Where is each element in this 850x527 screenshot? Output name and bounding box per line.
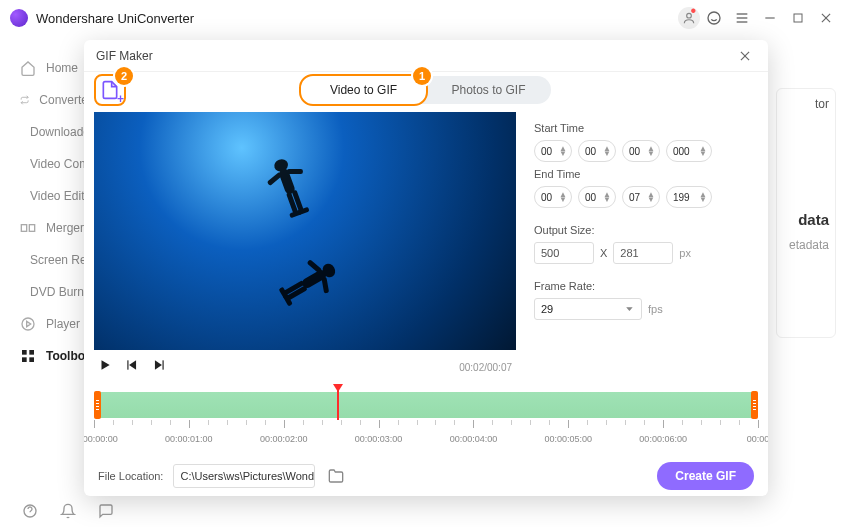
trim-handle-left[interactable] xyxy=(94,391,101,419)
svg-rect-35 xyxy=(287,169,303,174)
end-seconds-input[interactable]: 07▲▼ xyxy=(622,186,660,208)
tick-label: 00:00:03:00 xyxy=(355,434,403,444)
sidebar-label: Player xyxy=(46,317,80,331)
svg-marker-49 xyxy=(129,360,136,369)
trim-handle-right[interactable] xyxy=(751,391,758,419)
start-seconds-input[interactable]: 00▲▼ xyxy=(622,140,660,162)
background-content: tor data etadata CD. xyxy=(776,88,836,338)
diver-icon xyxy=(254,146,325,229)
svg-marker-23 xyxy=(27,321,31,326)
svg-rect-52 xyxy=(163,360,164,369)
tick-label: 00:00:02:00 xyxy=(260,434,308,444)
timeline-labels: 00:00:00:0000:00:01:0000:00:02:0000:00:0… xyxy=(94,434,758,448)
add-file-button[interactable]: + 2 xyxy=(94,74,126,106)
maximize-button[interactable] xyxy=(784,4,812,32)
play-button[interactable] xyxy=(98,358,112,376)
sidebar-item-converter[interactable]: Converter xyxy=(0,84,92,116)
tick-label: 00:00:04:00 xyxy=(450,434,498,444)
minimize-button[interactable] xyxy=(756,4,784,32)
timeline-ticks xyxy=(94,420,758,432)
file-location-path: C:\Users\ws\Pictures\Wonders xyxy=(180,470,315,482)
help-icon[interactable] xyxy=(22,503,38,519)
menu-icon[interactable] xyxy=(728,4,756,32)
start-time-label: Start Time xyxy=(534,122,756,134)
file-location-label: File Location: xyxy=(98,470,163,482)
tab-label: Photos to GIF xyxy=(451,83,525,97)
params-panel: Start Time 00▲▼ 00▲▼ 00▲▼ 000▲▼ End Time… xyxy=(534,116,756,320)
end-hours-input[interactable]: 00▲▼ xyxy=(534,186,572,208)
support-icon[interactable] xyxy=(700,4,728,32)
end-ms-input[interactable]: 199▲▼ xyxy=(666,186,712,208)
px-label: px xyxy=(679,247,691,259)
sidebar-label: Video Editor xyxy=(30,189,92,203)
sidebar-item-player[interactable]: Player xyxy=(0,308,92,340)
svg-rect-42 xyxy=(307,259,322,273)
diver-icon xyxy=(266,243,352,321)
frame-rate-select[interactable]: 29▼ xyxy=(534,298,642,320)
output-height-input[interactable]: 281 xyxy=(613,242,673,264)
gif-maker-dialog: GIF Maker + 2 Video to GIF 1 Photos to G… xyxy=(84,40,768,496)
video-preview[interactable] xyxy=(94,112,516,350)
time-display: 00:02/00:07 xyxy=(459,362,512,373)
app-title: Wondershare UniConverter xyxy=(36,11,194,26)
feedback-icon[interactable] xyxy=(98,503,114,519)
sidebar-item-recorder[interactable]: Screen Recorder xyxy=(0,244,92,276)
sidebar-item-editor[interactable]: Video Editor xyxy=(0,180,92,212)
dialog-close-button[interactable] xyxy=(734,45,756,67)
notification-icon[interactable] xyxy=(60,503,76,519)
plus-icon: + xyxy=(117,92,124,106)
tick-label: 00:00:01:00 xyxy=(165,434,213,444)
svg-point-0 xyxy=(687,13,692,18)
sidebar-item-compressor[interactable]: Video Compressor xyxy=(0,148,92,180)
timeline-track[interactable] xyxy=(94,392,758,418)
output-width-input[interactable]: 500 xyxy=(534,242,594,264)
svg-rect-26 xyxy=(22,357,27,362)
svg-rect-25 xyxy=(29,350,34,355)
prev-frame-button[interactable] xyxy=(125,358,139,376)
close-button[interactable] xyxy=(812,4,840,32)
account-button[interactable] xyxy=(678,7,700,29)
end-minutes-input[interactable]: 00▲▼ xyxy=(578,186,616,208)
svg-rect-16 xyxy=(21,225,26,232)
start-ms-input[interactable]: 000▲▼ xyxy=(666,140,712,162)
svg-point-22 xyxy=(22,318,34,330)
sidebar-footer xyxy=(0,503,114,519)
tick-label: 00:00:00:00 xyxy=(84,434,118,444)
svg-rect-6 xyxy=(794,14,802,22)
svg-rect-50 xyxy=(127,360,128,369)
sidebar-item-merger[interactable]: Merger xyxy=(0,212,92,244)
open-folder-button[interactable] xyxy=(325,465,347,487)
sidebar: Home Converter Downloader Video Compress… xyxy=(0,36,92,527)
svg-point-1 xyxy=(708,12,720,24)
tab-photos-to-gif[interactable]: Photos to GIF xyxy=(426,76,551,104)
titlebar: Wondershare UniConverter xyxy=(0,0,850,36)
start-hours-input[interactable]: 00▲▼ xyxy=(534,140,572,162)
svg-rect-24 xyxy=(22,350,27,355)
sidebar-item-dvd[interactable]: DVD Burner xyxy=(0,276,92,308)
create-gif-label: Create GIF xyxy=(675,469,736,483)
svg-rect-43 xyxy=(321,277,329,294)
app-logo-icon xyxy=(10,9,28,27)
sidebar-item-home[interactable]: Home xyxy=(0,52,92,84)
tab-video-to-gif[interactable]: Video to GIF 1 xyxy=(299,74,428,106)
tick-label: 00:00:05:00 xyxy=(545,434,593,444)
svg-rect-27 xyxy=(29,357,34,362)
next-frame-button[interactable] xyxy=(152,358,166,376)
start-minutes-input[interactable]: 00▲▼ xyxy=(578,140,616,162)
file-location-select[interactable]: C:\Users\ws\Pictures\Wonders ▼ xyxy=(173,464,315,488)
svg-marker-51 xyxy=(155,360,162,369)
timeline: 00:00:00:0000:00:01:0000:00:02:0000:00:0… xyxy=(84,392,768,442)
create-gif-button[interactable]: Create GIF xyxy=(657,462,754,490)
sidebar-label: Merger xyxy=(46,221,84,235)
dialog-footer: File Location: C:\Users\ws\Pictures\Wond… xyxy=(84,456,768,496)
tick-label: 00:00:06:00 xyxy=(639,434,687,444)
frame-rate-label: Frame Rate: xyxy=(534,280,756,292)
tab-label: Video to GIF xyxy=(330,83,397,97)
x-separator: X xyxy=(600,247,607,259)
end-time-label: End Time xyxy=(534,168,756,180)
sidebar-label: DVD Burner xyxy=(30,285,92,299)
dialog-title: GIF Maker xyxy=(96,49,153,63)
sidebar-item-toolbox[interactable]: Toolbox xyxy=(0,340,92,372)
mode-tabs: Video to GIF 1 Photos to GIF xyxy=(301,76,551,104)
sidebar-item-downloader[interactable]: Downloader xyxy=(0,116,92,148)
